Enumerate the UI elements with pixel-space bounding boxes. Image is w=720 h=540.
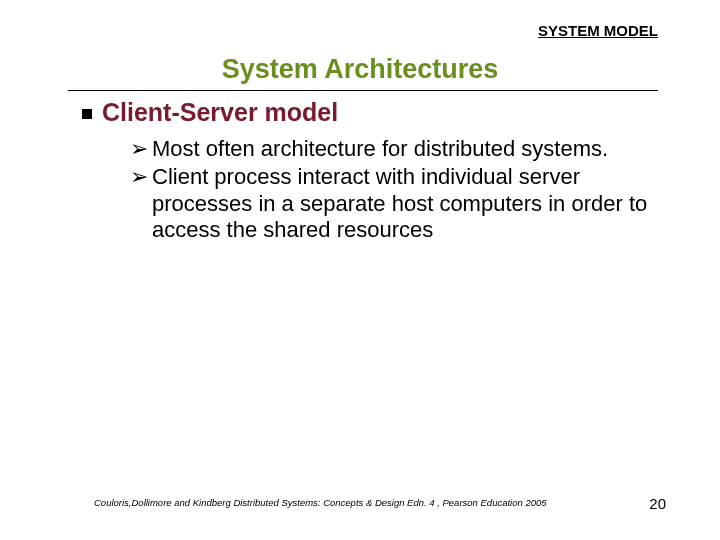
list-item: ➢Most often architecture for distributed…: [130, 136, 650, 162]
header-label: SYSTEM MODEL: [538, 22, 658, 39]
section-heading-text: Client-Server model: [102, 98, 338, 126]
list-item: ➢Client process interact with individual…: [130, 164, 650, 243]
section-heading: Client-Server model: [82, 98, 338, 127]
square-bullet-icon: [82, 109, 92, 119]
arrow-bullet-icon: ➢: [130, 164, 148, 189]
subitem-list: ➢Most often architecture for distributed…: [130, 136, 650, 246]
footer-citation: Couloris,Dollimore and Kindberg Distribu…: [94, 497, 547, 508]
arrow-bullet-icon: ➢: [130, 136, 148, 161]
list-item-text: Most often architecture for distributed …: [152, 136, 608, 161]
title-underline: [68, 90, 658, 91]
list-item-text: Client process interact with individual …: [152, 164, 647, 242]
page-number: 20: [649, 495, 666, 512]
slide-title: System Architectures: [0, 54, 720, 85]
